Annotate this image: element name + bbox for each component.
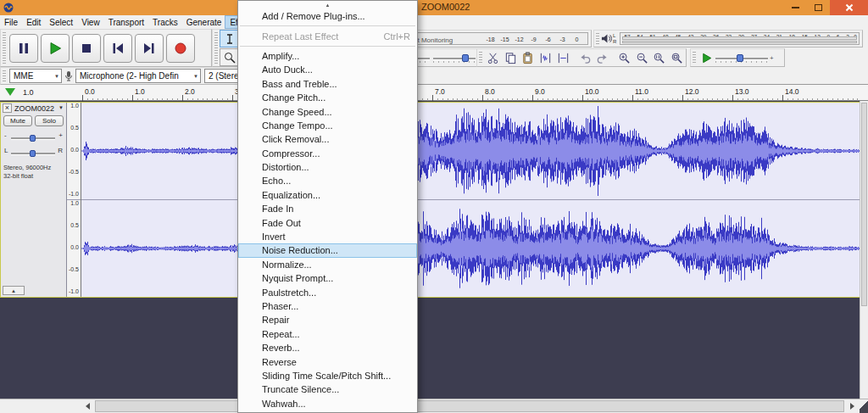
minimize-button[interactable] [784,0,807,15]
paste-button[interactable] [519,49,537,66]
redo-button[interactable] [593,49,611,66]
menubar-item-view[interactable]: View [77,16,104,28]
trim-audio-button[interactable] [537,49,554,66]
zoom-out-icon [636,52,648,64]
menu-item-wahwah[interactable]: Wahwah... [238,397,417,410]
scroll-right-button[interactable] [845,399,860,413]
menubar-item-select[interactable]: Select [45,16,77,28]
audio-host-dropdown[interactable]: MME ▼ [9,69,62,83]
stop-button[interactable] [72,34,101,63]
vertical-scrollbar-thumb[interactable] [861,103,867,306]
undo-button[interactable] [576,49,594,66]
window-controls [784,0,868,15]
cut-button[interactable] [484,49,502,66]
solo-button[interactable]: Solo [35,115,64,126]
toolbar-grip[interactable] [3,70,6,81]
menu-item-compressor[interactable]: Compressor... [238,147,417,160]
menubar-item-tracks[interactable]: Tracks [148,16,182,28]
close-button[interactable] [830,0,868,15]
slider-thumb[interactable] [737,54,743,62]
playback-meter[interactable]: -57-54-51-48-45-42-39-36-33-30-27-24-21-… [620,32,860,45]
resize-grip[interactable] [860,399,868,413]
track-name-label[interactable]: ZOOM0022 [14,104,54,113]
track-collapse-button[interactable]: ▲ [3,286,25,295]
menu-item-change-tempo[interactable]: Change Tempo... [238,119,417,132]
menu-item-repair[interactable]: Repair [238,313,417,326]
menu-item-fade-out[interactable]: Fade Out [238,215,417,229]
menu-item-bass-and-treble[interactable]: Bass and Treble... [238,77,417,91]
timeline-ruler[interactable]: 0.01.02.03.04.05.06.07.08.09.010.011.012… [81,85,860,101]
slider-thumb[interactable] [462,54,469,62]
toolbar-grip[interactable] [596,33,599,44]
menu-item-auto-duck[interactable]: Auto Duck... [238,63,417,76]
menu-item-noise-reduction[interactable]: Noise Reduction... [238,243,417,257]
menu-item-shortcut: Ctrl+R [367,31,410,42]
menu-item-repeat[interactable]: Repeat... [238,327,417,341]
record-button[interactable] [166,34,195,63]
vertical-scrollbar[interactable] [860,101,868,399]
play-button[interactable] [41,34,70,63]
playback-volume-slider[interactable] [433,52,476,64]
pan-slider[interactable] [11,148,55,159]
toolbar-grip[interactable] [479,52,482,64]
menu-item-distortion[interactable]: Distortion... [238,160,417,174]
menu-item-fade-in[interactable]: Fade In [238,202,417,215]
slider-thumb[interactable] [30,135,36,142]
menu-item-invert[interactable]: Invert [238,230,417,243]
recording-device-dropdown[interactable]: Microphone (2- High Defin ▼ [75,69,201,83]
menu-item-amplify[interactable]: Amplify... [238,49,417,63]
pan-right-label: R [58,147,63,154]
toolbar-grip[interactable] [3,32,6,64]
track-close-button[interactable]: × [3,103,12,113]
menu-item-equalization[interactable]: Equalization... [238,188,417,202]
menu-item-label: Phaser... [262,301,298,311]
menu-item-echo[interactable]: Echo... [238,174,417,187]
menu-item-nyquist-prompt[interactable]: Nyquist Prompt... [238,271,417,285]
gain-slider[interactable] [11,133,55,143]
menu-item-reverb[interactable]: Reverb... [238,341,417,354]
waveform-channel-left[interactable] [81,103,860,199]
menubar-item-file[interactable]: File [0,16,22,28]
quick-play-indicator-icon[interactable] [5,88,15,96]
ruler-major-tick [732,95,733,101]
playback-speed-slider[interactable] [715,52,768,64]
menu-item-paulstretch[interactable]: Paulstretch... [238,285,417,299]
menu-item-sliding-time-scale-pitch-shift[interactable]: Sliding Time Scale/Pitch Shift... [238,369,417,382]
pause-button[interactable] [9,34,38,63]
menu-item-repeat-last-effect: Repeat Last EffectCtrl+R [238,29,417,42]
maximize-button[interactable] [807,0,830,15]
menu-item-add-remove-plug-ins[interactable]: Add / Remove Plug-ins... [238,9,417,23]
menu-item-phaser[interactable]: Phaser... [238,299,417,313]
fit-project-icon [670,52,683,64]
mute-button[interactable]: Mute [3,115,32,126]
waveform-channel-right[interactable] [81,200,860,297]
zoom-out-button[interactable] [633,49,651,66]
menu-item-change-speed[interactable]: Change Speed... [238,104,417,118]
fit-project-button[interactable] [668,49,686,66]
menubar-item-generate[interactable]: Generate [182,16,226,28]
copy-button[interactable] [502,49,520,66]
track-menu-arrow-icon[interactable]: ▼ [58,105,64,110]
menu-item-normalize[interactable]: Normalize... [238,258,417,271]
toolbar-grip[interactable] [693,52,696,64]
slider-thumb[interactable] [30,150,36,157]
ruler-time-label: 2.0 [185,87,195,96]
menu-scroll-up-button[interactable]: ▲ [238,1,417,9]
menu-item-click-removal[interactable]: Click Removal... [238,132,417,146]
fit-selection-button[interactable] [651,49,669,66]
menu-item-truncate-silence[interactable]: Truncate Silence... [238,382,417,396]
meter-tick-label: 0 [570,36,584,42]
horizontal-scrollbar-thumb[interactable] [95,400,844,412]
menu-item-reverse[interactable]: Reverse [238,354,417,368]
play-at-speed-button[interactable] [698,49,715,66]
menu-item-change-pitch[interactable]: Change Pitch... [238,91,417,104]
menubar-item-transport[interactable]: Transport [104,16,148,28]
skip-to-end-button[interactable] [135,34,164,63]
silence-audio-button[interactable] [554,49,572,66]
menubar-item-edit[interactable]: Edit [22,16,45,28]
horizontal-scrollbar[interactable] [0,399,868,413]
skip-to-start-button[interactable] [103,34,132,63]
scroll-left-button[interactable] [81,399,95,413]
zoom-in-button[interactable] [615,49,633,66]
toolbar-grip[interactable] [214,32,218,64]
